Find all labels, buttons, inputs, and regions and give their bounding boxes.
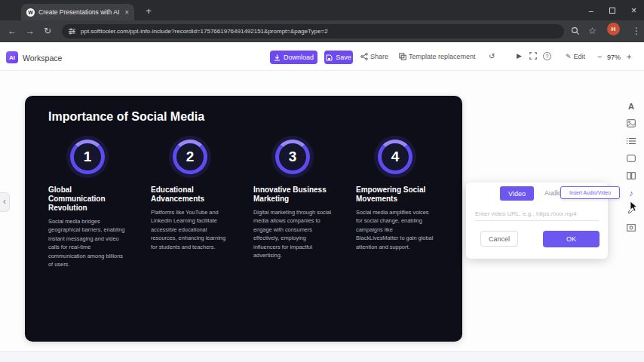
template-icon xyxy=(399,53,406,60)
number-badge-4: 4 xyxy=(378,140,412,174)
column-body: Platforms like YouTube and LinkedIn Lear… xyxy=(146,208,234,251)
number-badge-1: 1 xyxy=(70,140,105,174)
url-text: ppt.softtooler.com/ppt-info-include?reco… xyxy=(81,28,328,35)
tab-title: Create Presentations with AI | ] xyxy=(38,8,121,16)
share-icon xyxy=(360,53,368,60)
column-body: Social media amplifies voices for social… xyxy=(351,208,439,251)
new-tab-button[interactable]: + xyxy=(142,5,155,18)
slide-column-4[interactable]: 4 Empowering Social Movements Social med… xyxy=(351,140,439,251)
app-logo[interactable]: AI xyxy=(6,51,18,63)
text-tool-icon[interactable]: A xyxy=(626,101,636,111)
play-icon[interactable]: ▶ xyxy=(517,52,522,60)
browser-menu-icon[interactable]: ⋮ xyxy=(632,26,641,36)
number-badge-3: 3 xyxy=(275,140,310,174)
badge-number: 4 xyxy=(391,149,400,165)
download-label: Download xyxy=(284,54,314,61)
insert-media-tool-icon[interactable]: ♪ xyxy=(626,188,636,198)
url-bar[interactable]: ppt.softtooler.com/ppt-info-include?reco… xyxy=(62,24,564,38)
template-label: Template replacement xyxy=(409,53,476,60)
undo-icon[interactable]: ↺ xyxy=(489,52,495,60)
cancel-button[interactable]: Cancel xyxy=(480,231,518,247)
profile-avatar[interactable]: H xyxy=(607,23,620,35)
edit-button[interactable]: ✎ Edit xyxy=(566,53,585,60)
save-icon xyxy=(326,54,333,61)
presentation-slide[interactable]: Importance of Social Media 1 Global Comm… xyxy=(25,96,462,342)
column-body: Social media bridges geographical barrie… xyxy=(44,217,131,269)
image-tool-icon[interactable] xyxy=(626,118,636,128)
workspace-label: Workspace xyxy=(23,54,62,63)
screen: W Create Presentations with AI | ] × + –… xyxy=(0,0,644,362)
zoom-out-icon[interactable]: − xyxy=(597,52,602,61)
share-label: Share xyxy=(370,53,388,60)
tab-favicon-icon: W xyxy=(26,8,35,17)
zoom-in-icon[interactable]: + xyxy=(627,52,631,61)
help-glyph: ? xyxy=(543,52,551,60)
bookmark-star-icon[interactable]: ☆ xyxy=(588,26,596,36)
footer-strip xyxy=(0,351,644,362)
column-heading: Educational Advancements xyxy=(146,186,234,204)
back-icon[interactable]: ← xyxy=(8,26,17,36)
tab-audio[interactable]: Audio xyxy=(544,189,562,197)
maximize-icon[interactable] xyxy=(609,8,615,14)
minimize-icon[interactable]: – xyxy=(589,6,593,15)
reload-icon[interactable]: ↻ xyxy=(44,26,51,36)
badge-number: 3 xyxy=(289,149,297,165)
column-body: Digital marketing through social media a… xyxy=(249,208,336,260)
badge-number: 1 xyxy=(84,149,92,165)
browser-tabstrip: W Create Presentations with AI | ] × + –… xyxy=(0,0,644,20)
right-tool-rail: A ♪ xyxy=(622,101,640,232)
template-replacement-button[interactable]: Template replacement xyxy=(399,53,476,60)
column-heading: Global Communication Revolution xyxy=(44,186,131,213)
column-heading: Innovative Business Marketing xyxy=(249,186,336,204)
forward-icon[interactable]: → xyxy=(26,26,35,36)
close-window-icon[interactable]: × xyxy=(631,5,636,16)
app-toolbar: AI Workspace Download Save Share Templat… xyxy=(0,42,644,71)
ok-button[interactable]: OK xyxy=(543,231,600,247)
list-tool-icon[interactable] xyxy=(626,136,636,146)
tune-icon[interactable] xyxy=(69,28,75,35)
window-controls: – × xyxy=(589,0,636,20)
slide-column-2[interactable]: 2 Educational Advancements Platforms lik… xyxy=(146,140,234,251)
column-heading: Empowering Social Movements xyxy=(351,186,439,204)
mouse-cursor xyxy=(630,201,639,212)
frame-tool-icon[interactable] xyxy=(626,222,636,232)
slide-column-1[interactable]: 1 Global Communication Revolution Social… xyxy=(44,140,131,269)
edit-label: Edit xyxy=(574,53,586,60)
search-icon[interactable] xyxy=(571,26,580,35)
columns-tool-icon[interactable] xyxy=(626,170,636,180)
share-button[interactable]: Share xyxy=(360,53,388,60)
save-label: Save xyxy=(336,54,351,61)
browser-tab[interactable]: W Create Presentations with AI | ] × xyxy=(21,4,134,20)
card-tool-icon[interactable] xyxy=(626,153,636,163)
edit-pencil-icon: ✎ xyxy=(566,53,572,60)
tab-close-icon[interactable]: × xyxy=(124,8,129,17)
badge-number: 2 xyxy=(186,149,195,165)
slide-column-3[interactable]: 3 Innovative Business Marketing Digital … xyxy=(249,140,336,260)
tab-video[interactable]: Video xyxy=(500,186,534,201)
download-icon xyxy=(274,54,281,61)
download-button[interactable]: Download xyxy=(270,51,317,64)
browser-navbar: ← → ↻ ppt.softtooler.com/ppt-info-includ… xyxy=(0,20,644,42)
video-url-input[interactable] xyxy=(475,207,599,221)
save-button[interactable]: Save xyxy=(324,51,353,64)
fullscreen-icon[interactable] xyxy=(529,52,537,60)
prev-page-chevron[interactable]: ‹ xyxy=(0,192,10,212)
slide-title[interactable]: Importance of Social Media xyxy=(48,110,204,124)
help-icon[interactable]: ? xyxy=(543,52,551,60)
number-badge-2: 2 xyxy=(173,140,207,174)
zoom-level: 97% xyxy=(607,54,621,61)
insert-audio-video-tooltip: Insert Audio/Video xyxy=(560,186,620,199)
